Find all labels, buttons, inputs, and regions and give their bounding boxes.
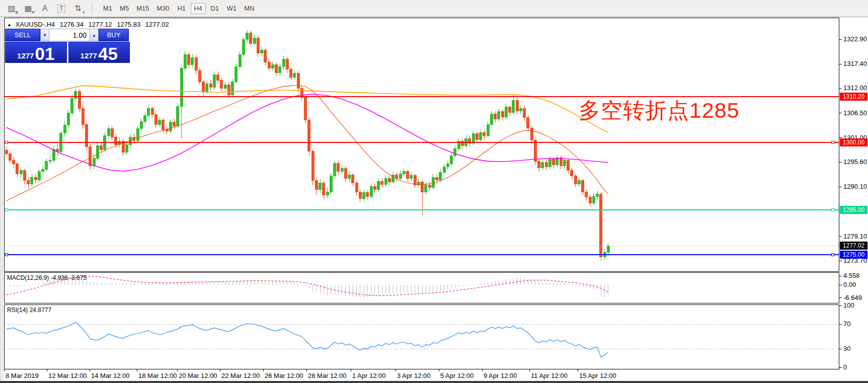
candle-bear (227, 85, 230, 95)
time-tick-label: 5 Apr 12:00 (440, 372, 474, 379)
time-tick-label: 11 Apr 12:00 (531, 372, 568, 379)
hline-handle[interactable] (831, 208, 834, 211)
candle-bear (352, 175, 354, 183)
text-box-icon[interactable]: T (54, 3, 69, 15)
candle-bear (220, 80, 223, 88)
candle-bear (538, 161, 540, 168)
timeframe-button-h1[interactable]: H1 (174, 3, 189, 14)
candle-bull (253, 38, 256, 43)
candle-bull (107, 129, 110, 135)
candle-bull (490, 114, 493, 124)
candle-bear (494, 114, 497, 119)
volume-input[interactable] (49, 29, 90, 41)
timeframe-button-m30[interactable]: M30 (153, 3, 172, 14)
text-annotation[interactable]: 多空转折点1285 (579, 96, 740, 125)
candle-bull (74, 92, 77, 98)
candle-bear (388, 178, 390, 182)
timeframe-button-m15[interactable]: M15 (133, 3, 152, 14)
time-tick (351, 369, 351, 371)
crosshair-lines-e-icon[interactable]: ▧E (4, 3, 19, 15)
timeframe-button-d1[interactable]: D1 (207, 3, 222, 14)
timeframe-button-h4[interactable]: H4 (191, 3, 206, 14)
time-tick (90, 369, 90, 371)
candle-bear (311, 151, 314, 181)
hline-handle[interactable] (5, 141, 8, 143)
macd-panel[interactable] (5, 273, 839, 303)
arrows-objects-icon[interactable]: ⇅▾ (70, 3, 86, 15)
candle-bear (5, 150, 8, 154)
candle-bear (166, 130, 168, 131)
candle-bear (373, 186, 376, 189)
hline-handle[interactable] (831, 141, 834, 143)
candle-bear (268, 62, 270, 68)
candle-bull (454, 148, 456, 156)
candle-bear (585, 192, 588, 197)
timeframe-button-w1[interactable]: W1 (224, 3, 240, 14)
timeframe-button-m5[interactable]: M5 (117, 3, 132, 14)
rsi-tick (839, 349, 842, 349)
timeframe-button-mn[interactable]: MN (241, 3, 257, 14)
macd-tick-label: 0.00 (843, 281, 856, 288)
candle-bear (195, 58, 197, 70)
candle-bear (188, 54, 190, 65)
buy-price-display[interactable]: 1277 45 (68, 42, 130, 63)
volume-increase-button[interactable]: ▲ (90, 29, 99, 41)
time-tick-label: 26 Mar 12:00 (265, 372, 303, 379)
buy-button[interactable]: BUY (99, 29, 129, 41)
candle-bull (282, 59, 285, 66)
candle-bear (428, 185, 431, 187)
hline-handle[interactable] (831, 254, 834, 256)
candle-bear (545, 162, 547, 167)
time-tick (578, 369, 578, 371)
timeframe-button-m1[interactable]: M1 (100, 3, 115, 14)
time-tick (47, 369, 47, 371)
candle-bull (206, 84, 208, 92)
price-tick (839, 88, 842, 89)
candle-bull (548, 159, 551, 167)
candle-bear (86, 125, 88, 147)
candle-bull (147, 109, 150, 115)
candle-bear (286, 59, 288, 69)
text-label-icon[interactable]: A (37, 3, 52, 15)
candle-bull (184, 54, 186, 68)
sell-button[interactable]: SELL (5, 29, 40, 41)
toolbar-separator (92, 3, 96, 14)
price-tick-label: 1290.10 (843, 183, 867, 190)
grid-f-icon[interactable]: ▦F (21, 3, 36, 15)
candle-bear (589, 197, 591, 203)
candle-bull (399, 174, 402, 178)
volume-decrease-button[interactable]: ▼ (40, 29, 49, 41)
candle-bear (13, 161, 15, 164)
candle-bear (82, 109, 84, 125)
one-click-trade-panel: SELL ▼ ▲ BUY 1277 01 1277 45 (5, 29, 130, 63)
candle-bull (279, 67, 281, 73)
candle-bear (308, 120, 310, 151)
time-tick (482, 369, 483, 371)
collapse-triangle-icon[interactable]: ▲ (7, 22, 12, 27)
candle-bear (527, 118, 529, 128)
rsi-indicator-label: RSI(14) 24.8777 (7, 307, 51, 314)
sell-price-big: 01 (35, 45, 54, 62)
rsi-panel[interactable] (5, 305, 839, 369)
price-badge-1310.20: 1310.20 (840, 93, 867, 101)
candle-bear (359, 192, 361, 198)
candle-bear (275, 64, 278, 72)
candle-bull (20, 170, 22, 174)
price-tick-label: 1312.00 (843, 84, 867, 92)
candle-bull (191, 58, 194, 65)
candle-bull (242, 40, 245, 55)
sell-price-display[interactable]: 1277 01 (5, 42, 67, 63)
candle-bull (607, 246, 609, 252)
candle-bull (319, 183, 322, 189)
hline-handle[interactable] (5, 254, 8, 256)
candle-bear (600, 194, 602, 257)
hline-handle[interactable] (5, 208, 8, 211)
time-tick-label: 3 Apr 12:00 (397, 372, 431, 379)
candle-bull (159, 120, 161, 124)
price-tick (839, 261, 842, 261)
candle-bull (446, 164, 449, 167)
chart-canvas[interactable] (4, 18, 839, 369)
candle-bull (592, 196, 595, 203)
macd-tick (839, 276, 842, 276)
candle-bear (523, 109, 526, 118)
